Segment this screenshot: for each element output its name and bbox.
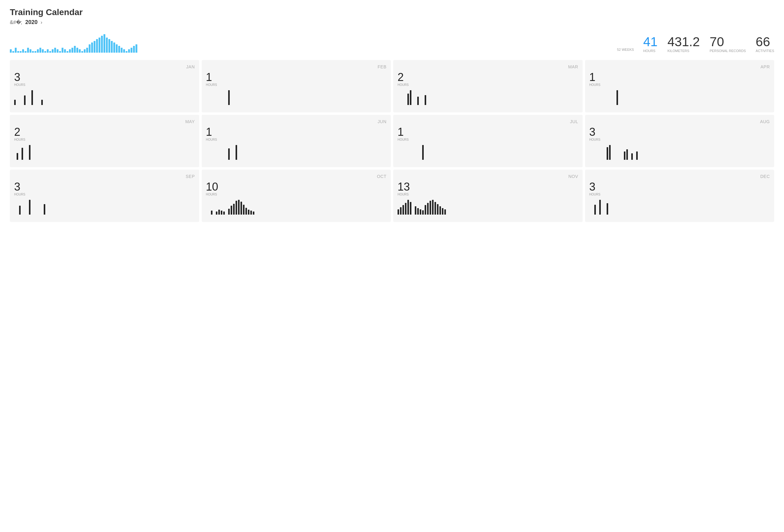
- weekly-bar: [62, 48, 63, 53]
- stat-activities: 66 Activities: [756, 35, 774, 53]
- weekly-bar: [133, 46, 135, 53]
- weekly-bar: [15, 48, 17, 53]
- month-name: JAN: [14, 64, 195, 69]
- month-hours-value: 3: [589, 127, 770, 138]
- month-hours-value: 2: [397, 72, 578, 83]
- activities-value: 66: [756, 35, 774, 48]
- month-bars: [589, 90, 770, 105]
- month-card-feb[interactable]: FEB 1 HOURS: [202, 60, 391, 112]
- month-bar: [221, 211, 222, 215]
- year-label: 2020: [25, 19, 37, 26]
- month-card-aug[interactable]: AUG 3 HOURS: [585, 115, 775, 167]
- stat-pr: 70 Personal Records: [710, 35, 746, 53]
- weekly-bar: [42, 49, 44, 53]
- weekly-bar: [118, 46, 120, 53]
- month-bar: [235, 201, 237, 215]
- month-bars: [589, 144, 770, 160]
- next-year-button[interactable]: ›: [40, 20, 42, 25]
- month-card-jul[interactable]: JUL 1 HOURS: [393, 115, 583, 167]
- month-bar: [241, 202, 242, 215]
- month-bar: [216, 212, 217, 215]
- month-hours-value: 3: [14, 72, 195, 83]
- month-bar: [425, 95, 426, 105]
- weekly-bar: [104, 34, 105, 53]
- weekly-bar: [25, 51, 27, 53]
- month-bar: [400, 207, 401, 215]
- month-name: SEP: [14, 174, 195, 179]
- month-bars: [14, 90, 195, 105]
- month-bar: [631, 153, 633, 160]
- month-card-nov[interactable]: NOV 13 HOURS: [393, 170, 583, 222]
- weekly-bar: [59, 51, 61, 53]
- month-bar: [417, 208, 419, 215]
- month-card-sep[interactable]: SEP 3 HOURS: [10, 170, 199, 222]
- month-bar: [248, 209, 249, 215]
- month-bar: [427, 203, 429, 215]
- weekly-bar: [54, 48, 56, 53]
- month-card-mar[interactable]: MAR 2 HOURS: [393, 60, 583, 112]
- month-hours-unit: HOURS: [206, 193, 387, 196]
- weekly-bar: [20, 51, 22, 53]
- weekly-bar: [86, 48, 88, 53]
- month-bar: [211, 211, 213, 215]
- month-card-jan[interactable]: JAN 3 HOURS: [10, 60, 199, 112]
- month-bar: [238, 200, 240, 215]
- month-bars: [589, 199, 770, 215]
- month-bars: [397, 90, 578, 105]
- weekly-bar: [64, 49, 66, 53]
- month-card-dec[interactable]: DEC 3 HOURS: [585, 170, 775, 222]
- weekly-bar: [37, 49, 39, 53]
- month-hours-unit: HOURS: [589, 138, 770, 141]
- month-bar: [429, 201, 431, 215]
- month-bar: [397, 209, 399, 215]
- month-bar: [44, 204, 45, 215]
- pr-value: 70: [710, 35, 746, 48]
- month-bar: [19, 206, 21, 215]
- weekly-bar: [44, 51, 46, 53]
- month-bar: [444, 209, 446, 215]
- stat-km: 431.2 kilometers: [667, 35, 700, 53]
- month-bar: [442, 208, 443, 215]
- month-bar: [243, 205, 245, 215]
- month-bar: [41, 100, 43, 105]
- month-hours-value: 3: [14, 181, 195, 192]
- hours-unit: Hours: [643, 49, 658, 53]
- weekly-bar: [99, 37, 101, 53]
- month-bar: [432, 200, 433, 215]
- month-name: JUN: [206, 119, 387, 124]
- year-navigation: &#�; 2020 ›: [10, 19, 774, 26]
- weekly-bar: [123, 49, 125, 53]
- weekly-bar: [72, 48, 73, 53]
- month-bar: [235, 145, 237, 160]
- month-bar: [425, 205, 426, 215]
- prev-year-button[interactable]: &#�;: [10, 19, 22, 25]
- month-name: MAY: [14, 119, 195, 124]
- weeks-label: 52 WEEKS: [617, 48, 634, 53]
- month-bar: [24, 95, 26, 105]
- month-bar: [17, 153, 18, 160]
- month-hours-value: 10: [206, 181, 387, 192]
- month-name: FEB: [206, 64, 387, 69]
- month-bar: [415, 206, 416, 215]
- month-bar: [440, 206, 441, 215]
- stat-hours: 41 Hours: [643, 35, 658, 53]
- month-name: OCT: [206, 174, 387, 179]
- month-hours-unit: HOURS: [397, 138, 578, 141]
- month-bar: [607, 203, 608, 215]
- weekly-bar: [89, 44, 90, 53]
- month-hours-unit: HOURS: [397, 83, 578, 86]
- weekly-bar: [10, 49, 12, 53]
- month-bar: [408, 93, 409, 105]
- month-card-apr[interactable]: APR 1 HOURS: [585, 60, 775, 112]
- hours-value: 41: [643, 35, 658, 48]
- month-card-jun[interactable]: JUN 1 HOURS: [202, 115, 391, 167]
- month-hours-unit: HOURS: [14, 83, 195, 86]
- month-card-oct[interactable]: OCT 10 HOURS: [202, 170, 391, 222]
- month-bar: [29, 145, 30, 160]
- month-bar: [626, 149, 628, 160]
- month-card-may[interactable]: MAY 2 HOURS: [10, 115, 199, 167]
- weekly-bar: [22, 49, 24, 53]
- weekly-bar: [12, 51, 14, 53]
- weekly-bar: [39, 48, 41, 53]
- month-bar: [231, 206, 232, 215]
